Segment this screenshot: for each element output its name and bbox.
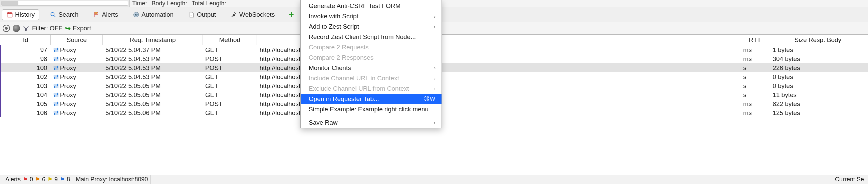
- cell-rtt: ms: [742, 99, 768, 108]
- alert-count-high: 0: [30, 176, 33, 183]
- tab-label: Search: [58, 11, 79, 19]
- menu-item: Exclude Channel URL from Context›: [301, 83, 441, 94]
- add-tab-button[interactable]: +: [285, 9, 297, 20]
- proxy-arrows-icon: ⇄: [53, 82, 59, 90]
- cell-size: 125 bytes: [768, 108, 868, 117]
- menu-item-label: Compare 2 Responses: [309, 54, 373, 61]
- flag-high-icon: ⚑: [23, 176, 28, 183]
- globe-icon[interactable]: [13, 25, 20, 32]
- document-icon: [188, 11, 195, 18]
- menu-item: Compare 2 Responses: [301, 52, 441, 63]
- menu-item-label: Compare 2 Requests: [309, 44, 369, 51]
- tab-automation[interactable]: Automation: [129, 10, 178, 20]
- tab-websockets[interactable]: WebSockets: [226, 10, 279, 20]
- svg-line-13: [231, 15, 233, 17]
- plug-icon: [230, 11, 237, 18]
- menu-separator: [301, 116, 441, 116]
- col-method[interactable]: Method: [203, 35, 257, 45]
- proxy-arrows-icon: ⇄: [53, 73, 59, 81]
- status-bar: Alerts ⚑0 ⚑6 ⚑9 ⚑8 Main Proxy: localhost…: [0, 175, 868, 184]
- col-ts[interactable]: Req. Timestamp: [103, 35, 203, 45]
- left-pane-scrollbar[interactable]: [0, 0, 130, 7]
- cell-rtt: s: [742, 72, 768, 81]
- tab-label: WebSockets: [239, 11, 275, 19]
- export-label[interactable]: Export: [73, 25, 91, 32]
- menu-item[interactable]: Simple Example: Example right click menu: [301, 104, 441, 114]
- time-label: Time:: [132, 0, 147, 7]
- cell-id: 97: [1, 45, 51, 55]
- cell-gap: [563, 45, 742, 55]
- cell-id: 98: [1, 54, 51, 63]
- menu-item: Include Channel URL in Context›: [301, 73, 441, 83]
- cell-id: 100: [1, 63, 51, 72]
- cell-gap: [563, 108, 742, 117]
- tab-history[interactable]: History: [2, 9, 39, 20]
- svg-line-14: [235, 12, 236, 13]
- col-size[interactable]: Size Resp. Body: [768, 35, 868, 45]
- cell-method: POST: [203, 54, 257, 63]
- tab-label: History: [15, 11, 35, 19]
- cell-method: GET: [203, 90, 257, 99]
- menu-item[interactable]: Record Zest Client Script from Node...: [301, 32, 441, 42]
- cell-gap: [563, 99, 742, 108]
- menu-item-label: Generate Anti-CSRF Test FORM: [309, 2, 400, 10]
- menu-item-label: Simple Example: Example right click menu: [309, 106, 429, 113]
- cell-source: ⇄Proxy: [51, 54, 103, 63]
- proxy-arrows-icon: ⇄: [53, 91, 59, 99]
- tab-search[interactable]: Search: [46, 10, 83, 20]
- alert-count-medium: 6: [42, 176, 45, 183]
- cell-rtt: ms: [742, 54, 768, 63]
- menu-item-label: Include Channel URL in Context: [309, 75, 399, 82]
- menu-item[interactable]: Generate Anti-CSRF Test FORM: [301, 1, 441, 11]
- cell-source: ⇄Proxy: [51, 99, 103, 108]
- tab-output[interactable]: Output: [184, 10, 220, 20]
- main-proxy-label[interactable]: Main Proxy: localhost:8090: [73, 175, 151, 184]
- cell-rtt: s: [742, 90, 768, 99]
- cell-timestamp: 5/10/22 5:05:05 PM: [103, 81, 203, 90]
- tab-label: Automation: [142, 11, 174, 19]
- col-source[interactable]: Source: [51, 35, 103, 45]
- col-gap: [563, 35, 742, 45]
- svg-point-4: [51, 12, 54, 16]
- col-id[interactable]: Id: [1, 35, 51, 45]
- chevron-right-icon: ›: [434, 65, 435, 71]
- target-icon[interactable]: [3, 25, 10, 32]
- cell-method: GET: [203, 108, 257, 117]
- menu-item[interactable]: Add to Zest Script›: [301, 21, 441, 32]
- chevron-right-icon: ›: [434, 120, 435, 125]
- cell-size: 226 bytes: [768, 63, 868, 72]
- menu-item: Compare 2 Requests: [301, 42, 441, 52]
- cell-source: ⇄Proxy: [51, 72, 103, 81]
- col-rtt[interactable]: RTT: [742, 35, 768, 45]
- alerts-summary[interactable]: Alerts ⚑0 ⚑6 ⚑9 ⚑8: [3, 175, 73, 184]
- cell-rtt: ms: [742, 45, 768, 55]
- filter-label[interactable]: Filter: OFF: [32, 25, 62, 32]
- cell-size: 11 bytes: [768, 90, 868, 99]
- cell-gap: [563, 54, 742, 63]
- menu-item[interactable]: Monitor Clients›: [301, 63, 441, 73]
- plus-icon: +: [289, 9, 294, 19]
- svg-point-8: [136, 14, 137, 15]
- menu-item[interactable]: Save Raw›: [301, 117, 441, 128]
- chevron-right-icon: ›: [434, 14, 435, 19]
- menu-item-label: Monitor Clients: [309, 64, 351, 72]
- cell-size: 304 bytes: [768, 54, 868, 63]
- cell-rtt: s: [742, 63, 768, 72]
- cell-gap: [563, 63, 742, 72]
- calendar-icon: [6, 11, 13, 18]
- tab-alerts[interactable]: Alerts: [89, 10, 122, 20]
- cell-rtt: s: [742, 81, 768, 90]
- menu-item[interactable]: Invoke with Script...›: [301, 11, 441, 21]
- funnel-icon[interactable]: [23, 25, 29, 32]
- cell-timestamp: 5/10/22 5:04:53 PM: [103, 54, 203, 63]
- cell-timestamp: 5/10/22 5:04:53 PM: [103, 72, 203, 81]
- export-icon[interactable]: ↪: [65, 24, 71, 32]
- menu-item[interactable]: Open in Requester Tab...⌘W: [301, 94, 441, 104]
- proxy-arrows-icon: ⇄: [53, 64, 59, 72]
- cell-timestamp: 5/10/22 5:05:05 PM: [103, 99, 203, 108]
- svg-line-15: [235, 13, 236, 14]
- cell-gap: [563, 81, 742, 90]
- cell-size: 0 bytes: [768, 72, 868, 81]
- menu-item-label: Invoke with Script...: [309, 13, 364, 20]
- cell-id: 104: [1, 90, 51, 99]
